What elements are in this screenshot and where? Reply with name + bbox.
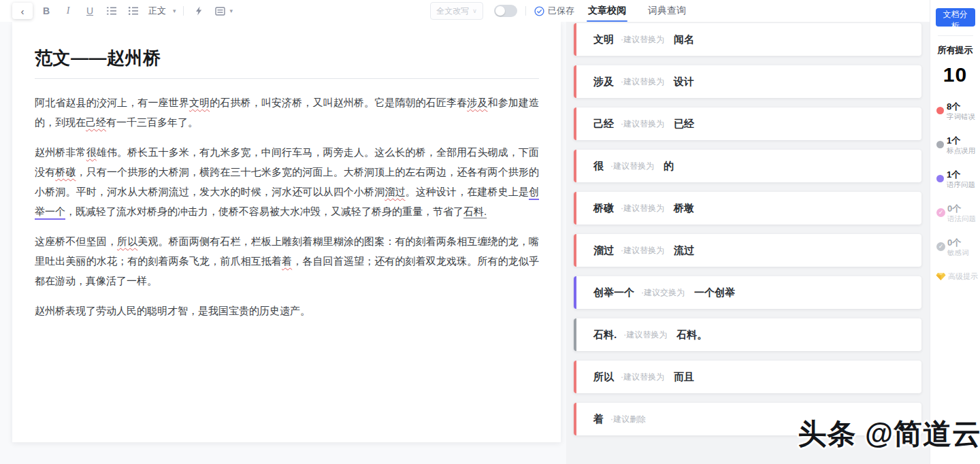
error-word[interactable]: 涉及	[467, 97, 487, 108]
suggestion-card[interactable]: 桥礅·建议替换为桥墩	[574, 192, 921, 225]
suggestion-card[interactable]: 很·建议替换为的	[574, 150, 921, 182]
underline-button[interactable]: U	[82, 3, 98, 19]
italic-button[interactable]: I	[60, 3, 76, 19]
error-word[interactable]: 着	[282, 255, 292, 267]
suggestion-action-label: ·建议替换为	[610, 161, 654, 172]
suggestion-card[interactable]: 石料.·建议替换为石料。	[574, 318, 921, 351]
lightning-icon	[195, 6, 203, 16]
paragraph-style-select[interactable]: 正文	[148, 5, 166, 17]
bullet-list-icon	[128, 6, 139, 16]
ai-lightning-button[interactable]	[191, 3, 207, 19]
error-word[interactable]: 溜过	[385, 186, 405, 197]
back-button[interactable]: ‹	[12, 3, 33, 19]
stat-check-icon: ✓	[936, 242, 945, 251]
suggested-text[interactable]: 而且	[674, 371, 694, 384]
severity-bar	[574, 107, 576, 140]
suggestion-card[interactable]: 创举一个·建议交换为一个创举	[574, 276, 921, 309]
suggestion-card[interactable]: 己经·建议替换为已经	[574, 107, 921, 140]
tab-article-proofread[interactable]: 文章校阅	[587, 2, 627, 20]
suggested-text[interactable]: 已经	[674, 118, 694, 131]
suggested-text[interactable]: 石料。	[676, 329, 707, 342]
ordered-list-button[interactable]	[103, 3, 120, 19]
error-word[interactable]: 很	[86, 146, 97, 158]
error-word[interactable]: 所以	[117, 235, 137, 247]
suggestion-card[interactable]: 所以·建议替换为而且	[574, 361, 921, 393]
severity-bar	[574, 23, 576, 56]
severity-bar	[574, 150, 576, 182]
error-word[interactable]: 桥礅	[55, 166, 76, 178]
stat-item[interactable]: 1个标点误用	[936, 135, 980, 155]
proofread-toggle[interactable]	[494, 5, 517, 17]
suggested-text[interactable]: 桥墩	[674, 202, 694, 215]
paragraph-style-label: 正文	[148, 5, 166, 17]
error-word-label: 己经	[593, 118, 614, 131]
severity-bar	[574, 192, 576, 225]
suggestion-card[interactable]: 涉及·建议替换为设计	[574, 65, 921, 98]
text-segment: 阿北省赵县的洨河上，有一座世界	[35, 97, 189, 108]
stat-item[interactable]: ✓0个敏感词	[936, 237, 980, 257]
title-divider	[35, 78, 539, 79]
document-body[interactable]: 阿北省赵县的洨河上，有一座世界文明的石拱桥，叫安济桥，又叫赵州桥。它是隋朝的石匠…	[35, 93, 539, 320]
suggestion-card[interactable]: 文明·建议替换为闻名	[574, 23, 921, 56]
suggested-text[interactable]: 的	[664, 160, 674, 173]
suggestion-action-label: ·建议替换为	[621, 371, 664, 383]
suggestion-action-label: ·建议替换为	[621, 34, 664, 46]
toggle-knob	[495, 6, 505, 16]
doc-analysis-button[interactable]: 文档分析	[936, 8, 975, 27]
stat-item[interactable]: 8个字词错误	[936, 101, 980, 121]
error-word-label: 涉及	[593, 76, 614, 88]
suggestion-card[interactable]: 溜过·建议替换为流过	[574, 234, 921, 267]
stat-check-icon: ✓	[936, 208, 945, 217]
error-word-label: 很	[593, 160, 604, 173]
rewrite-button[interactable]: 全文改写 ∨	[430, 2, 483, 20]
suggested-text[interactable]: 流过	[674, 244, 694, 257]
severity-bar	[574, 276, 576, 309]
stat-item[interactable]: ✓0个语法问题	[936, 203, 980, 223]
paragraph-style-caret-icon[interactable]: ▾	[173, 7, 176, 14]
layout-button[interactable]	[212, 3, 229, 19]
premium-tips-item[interactable]: 高级提示	[930, 271, 980, 282]
suggestion-action-label: ·建议替换为	[621, 203, 664, 214]
stat-dot-icon	[936, 141, 944, 148]
error-word-label: 文明	[593, 33, 614, 46]
editor-region: 范文——赵州桥 阿北省赵县的洨河上，有一座世界文明的石拱桥，叫安济桥，又叫赵州桥…	[0, 22, 566, 464]
paragraph[interactable]: 阿北省赵县的洨河上，有一座世界文明的石拱桥，叫安济桥，又叫赵州桥。它是隋朝的石匠…	[35, 93, 539, 132]
total-tips-count: 10	[930, 63, 980, 86]
tab-label: 文章校阅	[588, 5, 626, 16]
premium-tips-label: 高级提示	[948, 271, 978, 282]
suggested-text[interactable]: 设计	[674, 76, 694, 88]
bullet-list-button[interactable]	[125, 3, 142, 19]
stat-label: 敏感词	[947, 248, 969, 257]
error-word-label: 桥礅	[593, 202, 614, 215]
paragraph[interactable]: 赵州桥非常很雄伟。桥长五十多米，有九米多宽，中间行车马，两旁走人。这么长的桥，全…	[35, 142, 539, 221]
saved-label: 已保存	[548, 5, 574, 17]
severity-bar	[574, 403, 576, 435]
tab-dictionary-lookup[interactable]: 词典查询	[647, 2, 687, 20]
paragraph[interactable]: 赵州桥表现了劳动人民的聪明才智，是我国宝贵的历史遗产。	[35, 301, 539, 320]
toolbar-divider	[183, 6, 184, 16]
stat-label: 标点误用	[947, 146, 975, 155]
text-segment: 的石拱桥，叫安济桥，又叫赵州桥。它是隋朝的石匠李春	[210, 97, 467, 108]
stat-count: 1个	[947, 169, 975, 180]
bold-button[interactable]: B	[38, 3, 54, 19]
suggested-text[interactable]: 一个创举	[694, 286, 735, 299]
document-page[interactable]: 范文——赵州桥 阿北省赵县的洨河上，有一座世界文明的石拱桥，叫安济桥，又叫赵州桥…	[12, 22, 561, 442]
suggested-text[interactable]: 闻名	[674, 33, 694, 46]
paragraph[interactable]: 这座桥不但坚固，所以美观。桥面两侧有石栏，栏板上雕刻着糊里糊涂的图案：有的刻着两…	[35, 231, 539, 291]
error-word-label: 溜过	[593, 244, 614, 257]
error-word[interactable]: 己经	[86, 116, 106, 128]
severity-bar	[574, 361, 576, 393]
stat-label: 字词错误	[947, 112, 975, 121]
document-title[interactable]: 范文——赵州桥	[35, 46, 539, 70]
saved-check-icon	[534, 6, 544, 16]
layout-caret-icon[interactable]: ▾	[230, 7, 233, 14]
suggestion-card[interactable]: 着·建议删除	[574, 403, 921, 435]
underline-icon: U	[86, 5, 93, 16]
text-segment: 赵州桥非常	[35, 146, 86, 158]
rewrite-label: 全文改写	[436, 5, 469, 17]
error-word[interactable]: 石料.	[463, 205, 487, 217]
error-word[interactable]: 文明	[189, 97, 210, 108]
suggestion-action-label: ·建议替换为	[621, 245, 664, 256]
stat-item[interactable]: 1个语序问题	[936, 169, 980, 189]
severity-bar	[574, 234, 576, 267]
